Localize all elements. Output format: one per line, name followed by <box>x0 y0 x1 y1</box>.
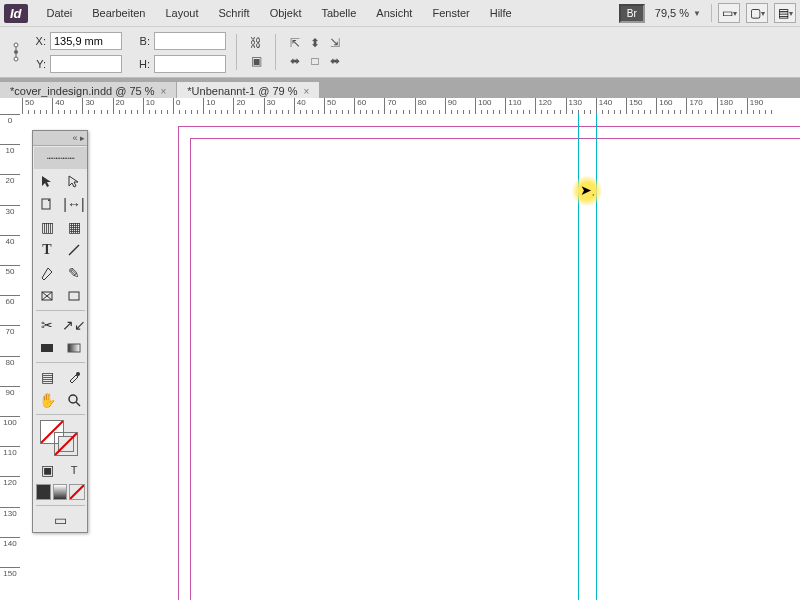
apply-none-icon[interactable] <box>69 484 85 500</box>
arrange-documents-icon[interactable]: ▤▾ <box>774 3 796 23</box>
svg-point-12 <box>76 372 80 376</box>
svg-line-17 <box>70 485 84 499</box>
rectangle-tool-icon[interactable] <box>61 285 87 307</box>
control-bar: X: Y: B: H: ⛓ ▣ ⇱ ⬍ ⇲ ⬌ □ ⬌ <box>0 26 800 78</box>
ruler-origin[interactable] <box>0 98 21 115</box>
gap-tool-icon[interactable]: |↔| <box>61 193 87 215</box>
apply-gradient-icon[interactable] <box>53 484 68 500</box>
view-options-icon[interactable]: ▭▾ <box>718 3 740 23</box>
svg-point-1 <box>14 43 18 47</box>
h-input[interactable] <box>154 55 226 73</box>
align-panel-icon-5[interactable]: □ <box>306 53 324 69</box>
svg-line-14 <box>76 402 80 406</box>
tab-label: *Unbenannt-1 @ 79 % <box>187 85 297 97</box>
scissors-tool-icon[interactable]: ✂ <box>34 314 60 336</box>
menu-fenster[interactable]: Fenster <box>423 3 478 23</box>
menu-bearbeiten[interactable]: Bearbeiten <box>83 3 154 23</box>
menu-hilfe[interactable]: Hilfe <box>481 3 521 23</box>
rectangle-frame-tool-icon[interactable] <box>34 285 60 307</box>
pencil-tool-icon[interactable]: ✎ <box>61 262 87 284</box>
svg-point-3 <box>14 57 18 61</box>
y-label: Y: <box>28 58 48 70</box>
close-icon[interactable]: × <box>304 86 310 97</box>
reference-point-icon[interactable] <box>8 40 24 64</box>
type-tool-icon[interactable]: T <box>34 239 60 261</box>
h-label: H: <box>132 58 152 70</box>
align-panel-icon-4[interactable]: ⬌ <box>286 53 304 69</box>
eyedropper-tool-icon[interactable] <box>61 366 87 388</box>
menu-schrift[interactable]: Schrift <box>210 3 259 23</box>
menu-layout[interactable]: Layout <box>156 3 207 23</box>
screen-mode-icon[interactable]: ▢▾ <box>746 3 768 23</box>
svg-point-2 <box>14 50 18 54</box>
svg-line-16 <box>55 433 77 455</box>
vertical-ruler[interactable]: 0102030405060708090100110120130140150 <box>0 114 21 600</box>
zoom-dropdown[interactable]: 79,5 % ▼ <box>651 5 705 21</box>
chevron-down-icon: ▼ <box>693 9 701 18</box>
menu-ansicht[interactable]: Ansicht <box>367 3 421 23</box>
align-panel-icon-3[interactable]: ⇲ <box>326 35 344 51</box>
toolbox-grip[interactable]: ┈┈┈┈ <box>34 147 87 169</box>
direct-selection-tool-icon[interactable] <box>61 170 87 192</box>
page-tool-icon[interactable] <box>34 193 60 215</box>
svg-rect-10 <box>41 344 53 352</box>
y-input[interactable] <box>50 55 122 73</box>
free-transform-tool-icon[interactable]: ↗↙ <box>61 314 87 336</box>
hand-tool-icon[interactable]: ✋ <box>34 389 60 411</box>
menu-datei[interactable]: Datei <box>38 3 82 23</box>
mouse-highlight <box>572 176 602 206</box>
selection-tool-icon[interactable] <box>34 170 60 192</box>
svg-line-5 <box>69 245 79 255</box>
formatting-text-icon[interactable]: T <box>61 459 87 481</box>
svg-point-13 <box>69 395 77 403</box>
w-label: B: <box>132 35 152 47</box>
x-input[interactable] <box>50 32 122 50</box>
w-input[interactable] <box>154 32 226 50</box>
gradient-swatch-tool-icon[interactable] <box>34 337 60 359</box>
align-panel-icon-2[interactable]: ⬍ <box>306 35 324 51</box>
toolbox: « ▸ ┈┈┈┈ |↔| ▥ ▦ T ✎ ✂ ↗↙ ▤ ✋ ▣ T <box>32 130 88 533</box>
zoom-tool-icon[interactable] <box>61 389 87 411</box>
content-collector-tool-icon[interactable]: ▥ <box>34 216 60 238</box>
line-tool-icon[interactable] <box>61 239 87 261</box>
app-badge: Id <box>4 4 28 23</box>
toolbox-header[interactable]: « ▸ <box>33 131 87 146</box>
menu-objekt[interactable]: Objekt <box>261 3 311 23</box>
horizontal-ruler[interactable]: 5040302010010203040506070809010011012013… <box>20 98 800 115</box>
align-panel-icon-6[interactable]: ⬌ <box>326 53 344 69</box>
note-tool-icon[interactable]: ▤ <box>34 366 60 388</box>
x-label: X: <box>28 35 48 47</box>
close-icon[interactable]: × <box>160 86 166 97</box>
content-placer-tool-icon[interactable]: ▦ <box>61 216 87 238</box>
constrain-proportions-icon[interactable]: ⛓ <box>247 35 265 51</box>
align-panel-icon-1[interactable]: ⇱ <box>286 35 304 51</box>
color-mode-row <box>34 482 87 502</box>
formatting-container-icon[interactable]: ▣ <box>34 459 60 481</box>
bridge-button[interactable]: Br <box>619 4 645 23</box>
menu-tabelle[interactable]: Tabelle <box>312 3 365 23</box>
menubar: Id Datei Bearbeiten Layout Schrift Objek… <box>0 0 800 26</box>
canvas-area[interactable]: ➤, <box>20 114 800 600</box>
svg-rect-9 <box>69 292 79 300</box>
apply-color-icon[interactable] <box>36 484 51 500</box>
fill-stroke-swatch[interactable] <box>34 418 87 458</box>
pen-tool-icon[interactable] <box>34 262 60 284</box>
svg-rect-11 <box>68 344 80 352</box>
document-tabs: *cover_indesign.indd @ 75 % × *Unbenannt… <box>0 78 800 100</box>
page-inner-margin-guide <box>190 138 800 600</box>
frame-fit-options-icon[interactable]: ▣ <box>247 53 265 69</box>
tab-label: *cover_indesign.indd @ 75 % <box>10 85 154 97</box>
zoom-value: 79,5 % <box>655 7 689 19</box>
gradient-feather-tool-icon[interactable] <box>61 337 87 359</box>
view-mode-icon[interactable]: ▭ <box>34 509 87 531</box>
